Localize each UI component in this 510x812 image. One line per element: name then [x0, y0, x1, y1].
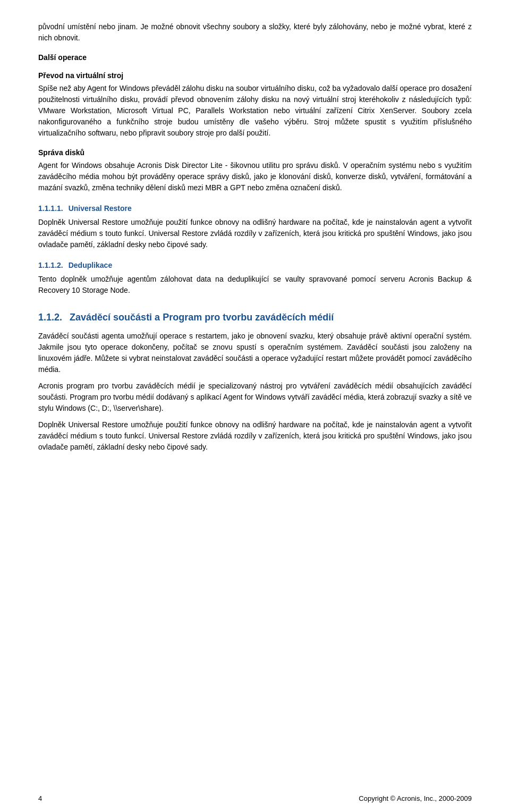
footer-page-number: 4 — [38, 794, 42, 802]
section-112-title: Zaváděcí součásti a Program pro tvorbu z… — [70, 312, 334, 323]
section-112-number: 1.1.2. — [38, 312, 62, 323]
section-1112-para: Tento doplněk umožňuje agentům zálohovat… — [38, 274, 472, 296]
section-112-para3: Doplněk Universal Restore umožňuje použi… — [38, 419, 472, 453]
prevod-heading: Převod na virtuální stroj — [38, 71, 472, 80]
footer-copyright: Copyright © Acronis, Inc., 2000-2009 — [359, 794, 472, 802]
section-1112-title: Deduplikace — [69, 261, 112, 269]
sprava-para1: Agent for Windows obsahuje Acronis Disk … — [38, 160, 472, 193]
section-112-para2: Acronis program pro tvorbu zaváděcích mé… — [38, 380, 472, 414]
dalsi-operace-block: Další operace Převod na virtuální stroj … — [38, 53, 472, 139]
page-footer: 4 Copyright © Acronis, Inc., 2000-2009 — [0, 794, 510, 802]
section-1111-para: Doplněk Universal Restore umožňuje použi… — [38, 217, 472, 250]
section-1111-block: 1.1.1.1. Universal Restore Doplněk Unive… — [38, 204, 472, 250]
sprava-disku-block: Správa disků Agent for Windows obsahuje … — [38, 148, 472, 193]
page-content: původní umístění nebo jinam. Je možné ob… — [0, 0, 510, 490]
section-112-para1: Zaváděcí součásti agenta umožňují operac… — [38, 331, 472, 375]
section-1112-block: 1.1.1.2. Deduplikace Tento doplněk umožň… — [38, 261, 472, 296]
intro-para1: původní umístění nebo jinam. Je možné ob… — [38, 21, 472, 44]
section-112-heading-block: 1.1.2.Zaváděcí součásti a Program pro tv… — [38, 312, 472, 323]
section-1111-title: Universal Restore — [69, 204, 132, 213]
prevod-para: Spíše než aby Agent for Windows převáděl… — [38, 83, 472, 139]
section-1112-number: 1.1.1.2. — [38, 261, 63, 269]
dalsi-operace-heading: Další operace — [38, 53, 472, 62]
section-1111-number: 1.1.1.1. — [38, 204, 63, 213]
sprava-heading: Správa disků — [38, 148, 472, 157]
